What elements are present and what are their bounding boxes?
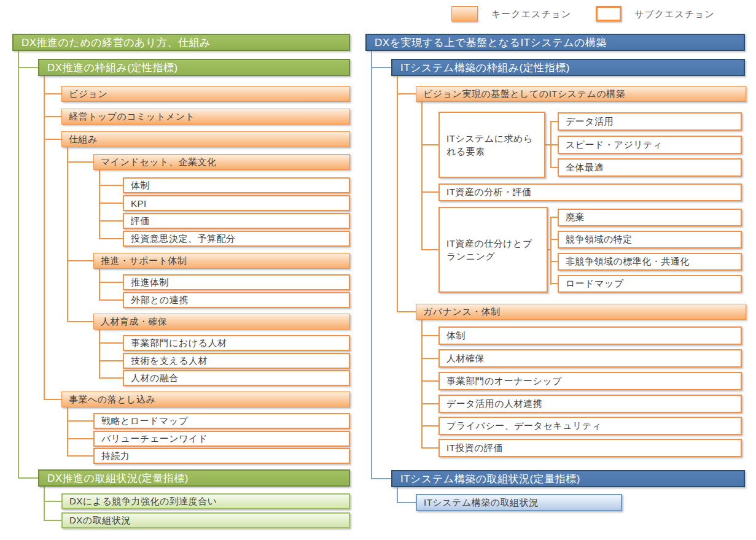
node-it-framework-qualitative: ITシステム構築の枠組み(定性指標) xyxy=(391,59,745,76)
node-external-collaboration: 外部との連携 xyxy=(123,292,350,308)
connector-line xyxy=(397,311,416,312)
connector-line xyxy=(421,358,438,359)
node-kpi: KPI xyxy=(123,195,350,211)
node-investment-decision: 投資意思決定、予算配分 xyxy=(123,231,350,247)
connector-line xyxy=(67,147,68,322)
node-it-system-root: DXを実現する上で基盤となるITシステムの構築 xyxy=(365,34,745,51)
connector-line xyxy=(371,478,391,479)
connector-line xyxy=(99,220,123,222)
node-hr-fusion: 人材の融合 xyxy=(123,370,350,386)
connector-line xyxy=(44,116,61,117)
node-speed-agility: スピード・アジリティ xyxy=(558,136,742,154)
connector-line xyxy=(421,447,438,449)
node-dx-status-quantitative: DX推進の取組状況(定量指標) xyxy=(38,469,350,487)
node-privacy-security: プライバシー、データセキュリティ xyxy=(438,417,742,435)
sub-question-swatch xyxy=(596,6,622,21)
node-it-taisei: 体制 xyxy=(438,326,742,345)
connector-line xyxy=(99,185,123,186)
connector-line xyxy=(44,501,61,502)
node-business-deployment: 事業への落とし込み xyxy=(61,392,350,407)
connector-line xyxy=(99,282,123,283)
connector-line xyxy=(18,67,38,68)
connector-line xyxy=(550,167,558,168)
dx-assessment-structure-diagram: キークエスチョン サブクエスチョン DX推進のための経営のあり方、仕組み DX推… xyxy=(0,0,756,540)
node-promotion-support: 推進・サポート体制 xyxy=(93,253,350,269)
connector-line xyxy=(397,76,398,312)
connector-line xyxy=(67,161,93,163)
connector-line xyxy=(371,51,372,479)
node-taisei: 体制 xyxy=(123,177,350,193)
node-noncompetitive-standardization: 非競争領域の標準化・共通化 xyxy=(558,253,742,271)
node-hyouka: 評価 xyxy=(123,213,350,229)
connector-line xyxy=(421,249,438,250)
connector-line xyxy=(548,249,551,250)
connector-line xyxy=(550,261,558,262)
connector-line xyxy=(44,139,61,140)
node-business-unit-hr: 事業部門における人材 xyxy=(123,335,350,351)
node-dx-framework-qualitative: DX推進の枠組み(定性指標) xyxy=(38,59,350,76)
connector-line xyxy=(550,217,558,218)
connector-line xyxy=(67,407,68,457)
connector-line xyxy=(67,420,93,422)
connector-line xyxy=(397,502,416,503)
connector-line xyxy=(99,377,123,379)
connector-line xyxy=(550,283,558,284)
node-roadmap: ロードマップ xyxy=(558,275,742,293)
node-overall-optimization: 全体最適 xyxy=(558,158,742,177)
node-disposal: 廃棄 xyxy=(558,209,742,226)
node-competitiveness-achievement: DXによる競争力強化の到達度合い xyxy=(61,493,350,509)
connector-line xyxy=(397,93,416,94)
node-mindset-culture: マインドセット、企業文化 xyxy=(93,154,350,170)
node-it-status-quantitative: ITシステム構築の取組状況(定量指標) xyxy=(391,470,745,487)
connector-line xyxy=(99,202,123,204)
connector-line xyxy=(99,299,123,301)
connector-line xyxy=(421,425,438,426)
node-hr-development: 人材育成・確保 xyxy=(93,314,350,330)
connector-line xyxy=(421,403,438,404)
key-question-swatch xyxy=(451,6,478,21)
node-vision: ビジョン xyxy=(61,86,350,102)
connector-line xyxy=(67,455,93,457)
connector-line xyxy=(550,217,551,285)
connector-line xyxy=(67,260,93,261)
connector-line xyxy=(421,191,438,193)
node-competitive-area: 競争領域の特定 xyxy=(558,231,742,249)
connector-line xyxy=(18,477,38,479)
connector-line xyxy=(550,239,558,240)
connector-line xyxy=(421,335,438,336)
connector-line xyxy=(421,320,423,449)
node-data-hr-collaboration: データ活用の人材連携 xyxy=(438,395,742,413)
sub-question-legend-label: サブクエスチョン xyxy=(634,9,715,20)
connector-line xyxy=(421,144,438,145)
connector-line xyxy=(421,380,438,382)
node-data-utilization: データ活用 xyxy=(558,112,742,131)
key-question-legend-label: キークエスチョン xyxy=(491,9,571,20)
node-promotion-structure: 推進体制 xyxy=(123,274,350,290)
node-it-required-elements: ITシステムに求められる要素 xyxy=(438,112,545,178)
connector-line xyxy=(421,102,423,250)
node-it-for-vision: ビジョン実現の基盤としてのITシステムの構築 xyxy=(416,86,746,102)
connector-line xyxy=(44,487,45,521)
connector-line xyxy=(397,487,398,503)
connector-line xyxy=(550,121,558,122)
connector-line xyxy=(99,330,100,379)
connector-line xyxy=(44,399,61,400)
connector-line xyxy=(99,342,123,344)
node-it-initiatives-status: ITシステム構築の取組状況 xyxy=(416,494,622,511)
connector-line xyxy=(44,520,61,521)
node-dx-management-root: DX推進のための経営のあり方、仕組み xyxy=(12,34,350,51)
node-strategy-roadmap: 戦略とロードマップ xyxy=(93,413,350,429)
node-top-commitment: 経営トップのコミットメント xyxy=(61,109,350,125)
connector-line xyxy=(371,67,391,68)
node-hr-securing: 人材確保 xyxy=(438,349,742,368)
node-it-asset-analysis: IT資産の分析・評価 xyxy=(438,183,742,201)
connector-line xyxy=(18,51,19,479)
connector-line xyxy=(67,321,93,322)
node-dx-initiatives-status: DXの取組状況 xyxy=(61,512,350,528)
connector-line xyxy=(545,144,558,145)
node-valuechain-wide: バリューチェーンワイド xyxy=(93,431,350,447)
connector-line xyxy=(44,93,61,94)
node-sustainability: 持続力 xyxy=(93,448,350,464)
connector-line xyxy=(99,360,123,361)
node-shikumi: 仕組み xyxy=(61,131,350,147)
